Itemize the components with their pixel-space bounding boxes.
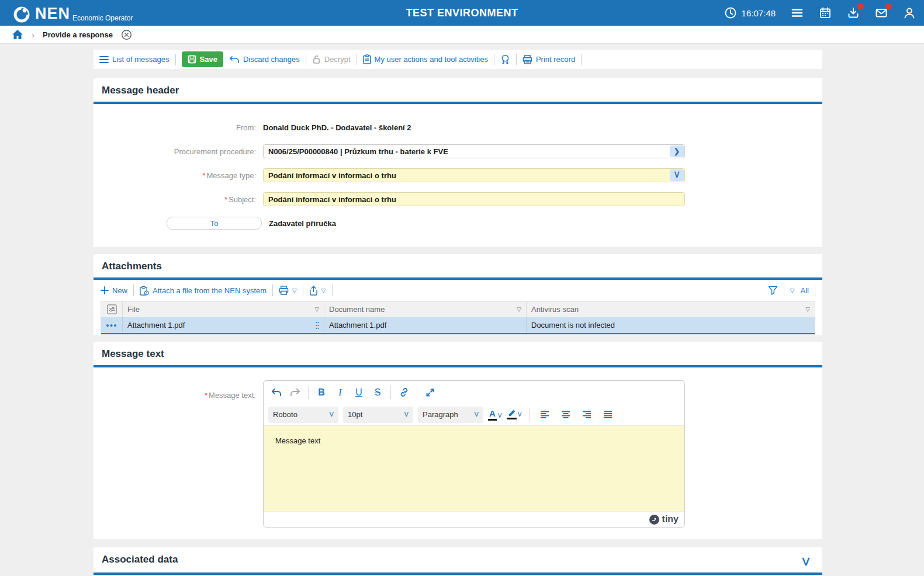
message-header-section: Message header From: Donald Duck PhD. - … [94,78,822,247]
logo-title: NEN [35,5,70,22]
from-value: Donald Duck PhD. - Dodavatel - školení 2 [263,123,411,132]
column-filter-icon[interactable]: ▽ [314,306,319,313]
tiny-logo-icon [649,515,659,525]
cell-antivirus: Document is not infected [527,317,815,333]
subject-input[interactable] [263,192,685,206]
separator [494,54,494,65]
save-button[interactable]: Save [182,51,223,67]
fullscreen-icon[interactable] [422,384,438,401]
column-filter-icon[interactable]: ▽ [517,306,521,313]
drag-handle-icon[interactable] [316,321,319,329]
open-procedure-button[interactable]: ❯ [670,145,684,157]
separator [581,54,582,65]
attachments-section: Attachments New Attach a file from the N… [94,254,822,335]
clock-value: 16:07:48 [742,8,776,18]
column-header-file[interactable]: File▽ [123,301,324,317]
editor-toolbar-row2: Robotoᐯ 10ptᐯ Paragraphᐯ Aᐯ ᐯ [264,404,684,426]
undo-icon[interactable] [268,384,285,401]
italic-button[interactable]: I [332,384,348,401]
column-settings-icon[interactable] [101,301,123,317]
required-asterisk: * [224,195,227,204]
message-header-title: Message header [94,78,822,102]
attachments-table: File▽ Document name▽ Antivirus scan▽ ●●●… [101,301,815,335]
filter-funnel-icon[interactable] [768,286,778,295]
message-type-dropdown-icon[interactable]: ᐯ [670,169,684,181]
calendar-icon[interactable] [819,6,832,19]
user-icon[interactable] [903,6,916,19]
logo-subtitle: Economic Operator [72,14,133,22]
column-header-document-name[interactable]: Document name▽ [324,301,527,317]
certificate-ribbon-icon[interactable] [500,54,510,65]
environment-title: TEST ENVIRONMENT [406,7,518,19]
link-icon[interactable] [396,384,412,401]
column-filter-icon[interactable]: ▽ [805,306,810,313]
font-family-dropdown[interactable]: Robotoᐯ [268,407,338,423]
expand-section-icon[interactable]: ᐯ [802,556,809,568]
cell-document-name[interactable]: Attachment 1.pdf [324,317,527,333]
export-grid-button[interactable]: ▽ [309,286,326,296]
block-format-dropdown[interactable]: Paragraphᐯ [418,407,483,423]
text-color-button[interactable]: Aᐯ [488,408,502,421]
nen-logo[interactable]: NEN Economic Operator [13,2,133,23]
print-record-button[interactable]: Print record [522,55,575,64]
close-tab-icon[interactable] [121,29,132,40]
editor-content[interactable]: Message text [264,426,684,511]
user-actions-button[interactable]: My user actions and tool activities [363,54,488,64]
editor-status-bar: tiny [264,511,684,527]
required-asterisk: * [202,171,205,180]
align-justify-icon[interactable] [600,407,616,423]
font-size-dropdown[interactable]: 10ptᐯ [343,407,413,423]
export-dropdown-icon[interactable]: ▽ [321,287,326,294]
cell-file[interactable]: Attachment 1.pdf [123,317,324,333]
discard-changes-button[interactable]: Discard changes [229,55,300,64]
decrypt-button: Decrypt [312,55,351,64]
attachment-row[interactable]: ●●● Attachment 1.pdf Attachment 1.pdf Do… [101,317,815,334]
separator [303,284,303,296]
nen-logo-icon [13,6,30,23]
editor-toolbar-row1: B I U S [264,381,684,404]
clock: 16:07:48 [724,6,776,19]
align-left-icon[interactable] [537,407,553,423]
clock-icon [724,6,737,19]
new-attachment-button[interactable]: New [101,286,127,295]
list-of-messages-button[interactable]: List of messages [99,55,169,64]
separator [357,54,357,65]
separator [175,54,176,65]
filter-scope-dropdown-icon[interactable]: ▽ [790,287,795,294]
highlight-color-button[interactable]: ᐯ [507,410,522,419]
downloads-icon[interactable] [847,6,860,19]
attachments-title: Attachments [94,254,822,277]
to-button[interactable]: To [167,217,262,230]
separator [784,284,784,296]
menu-icon[interactable] [791,6,804,19]
underline-button[interactable]: U [351,384,367,401]
from-label: From: [94,123,263,132]
print-grid-button[interactable]: ▽ [279,286,297,295]
bold-button[interactable]: B [313,384,330,401]
separator [306,54,306,65]
message-type-label: *Message type: [94,171,263,180]
align-right-icon[interactable] [579,407,595,423]
to-value: Zadavatel příručka [269,219,336,228]
mail-icon[interactable] [875,6,888,19]
filter-all-label[interactable]: All [801,286,809,295]
row-actions-icon[interactable]: ●●● [101,317,123,333]
column-header-antivirus[interactable]: Antivirus scan▽ [527,301,815,317]
print-dropdown-icon[interactable]: ▽ [292,287,297,294]
record-toolbar: List of messages Save Discard changes De… [94,50,822,69]
separator [529,408,530,421]
rich-text-editor: B I U S Robotoᐯ 10ptᐯ Paragrap [263,380,685,528]
attachments-table-header: File▽ Document name▽ Antivirus scan▽ [101,301,815,317]
top-app-bar: NEN Economic Operator TEST ENVIRONMENT 1… [0,0,924,26]
attachments-toolbar: New Attach a file from the NEN system ▽ … [94,280,822,301]
tiny-brand-label[interactable]: tiny [662,514,679,525]
align-center-icon[interactable] [558,407,574,423]
home-icon[interactable] [12,29,23,40]
strikethrough-button[interactable]: S [369,384,386,401]
procurement-procedure-input[interactable] [263,144,685,158]
separator [516,54,517,65]
separator [308,386,309,399]
attach-from-nen-button[interactable]: Attach a file from the NEN system [140,286,267,296]
message-type-select[interactable] [263,168,685,182]
subject-label: *Subject: [94,195,263,204]
